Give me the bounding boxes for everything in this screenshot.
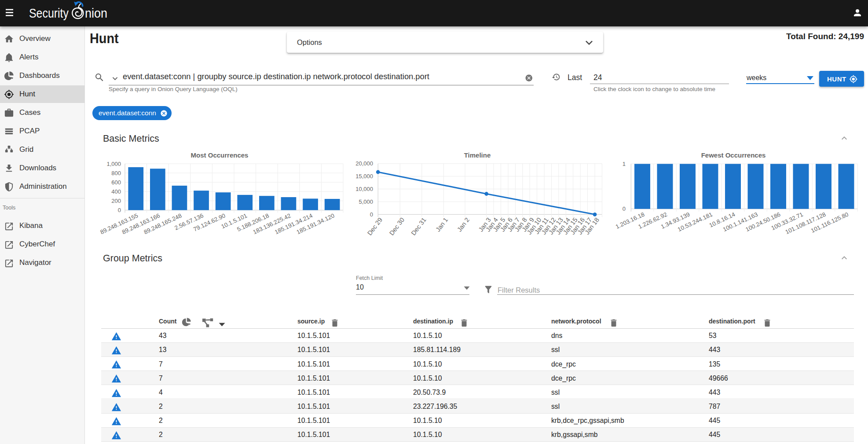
svg-text:nion: nion [85,6,107,20]
svg-text:Security: Security [29,6,69,20]
